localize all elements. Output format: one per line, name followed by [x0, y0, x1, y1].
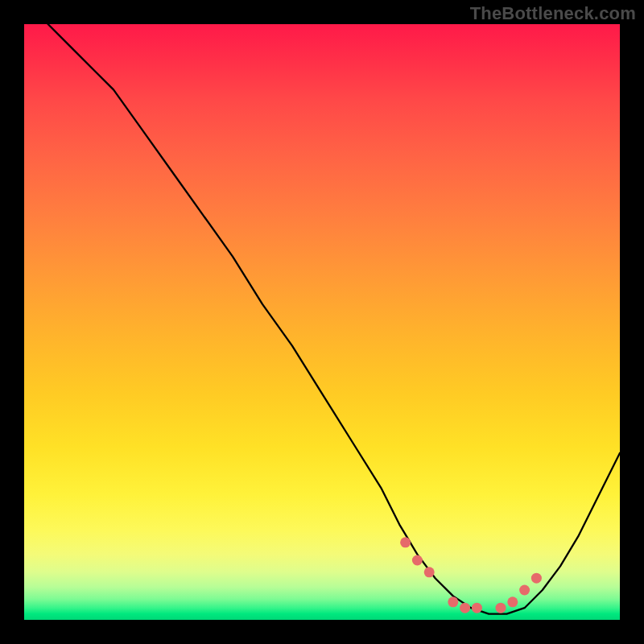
marker-dot — [424, 567, 435, 577]
chart-svg — [24, 24, 620, 620]
marker-dot — [507, 597, 518, 607]
watermark-text: TheBottleneck.com — [470, 3, 636, 24]
marker-dot — [472, 603, 482, 613]
chart-frame: TheBottleneck.com — [0, 0, 644, 644]
highlight-markers — [400, 537, 542, 613]
marker-dot — [531, 573, 542, 584]
plot-area — [24, 24, 620, 620]
marker-dot — [412, 555, 423, 566]
marker-dot — [460, 603, 470, 613]
marker-dot — [448, 597, 458, 607]
marker-dot — [400, 537, 411, 547]
marker-dot — [519, 585, 530, 596]
curve-line — [48, 24, 620, 614]
marker-dot — [496, 603, 506, 613]
